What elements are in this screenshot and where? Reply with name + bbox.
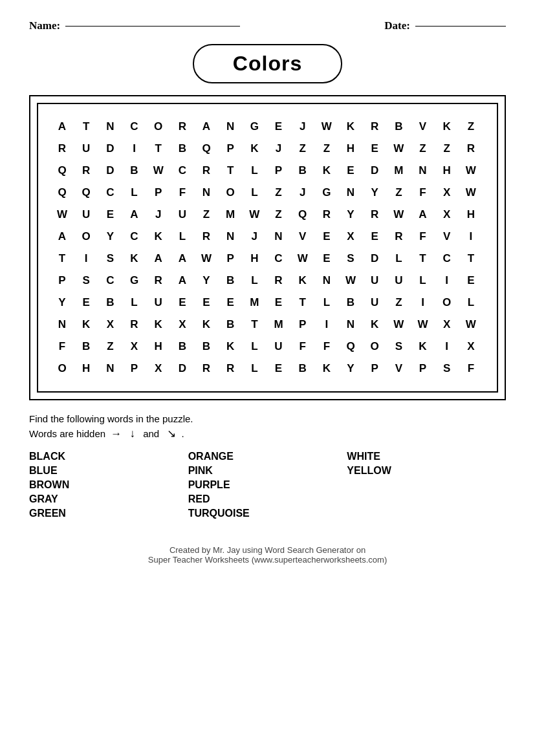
puzzle-cell: X	[147, 358, 169, 380]
puzzle-cell: Y	[195, 270, 217, 292]
puzzle-cell: M	[243, 292, 265, 314]
puzzle-cell: I	[316, 314, 338, 336]
arrow-down-icon: ↓	[129, 427, 135, 440]
puzzle-cell: A	[147, 248, 169, 270]
puzzle-cell: U	[147, 292, 169, 314]
word-item: BLACK	[29, 451, 188, 462]
puzzle-cell: X	[340, 226, 362, 248]
puzzle-cell: Y	[340, 204, 362, 226]
puzzle-cell: R	[219, 358, 241, 380]
puzzle-cell: P	[51, 270, 73, 292]
puzzle-cell: E	[75, 292, 97, 314]
puzzle-cell: W	[292, 248, 314, 270]
puzzle-cell: C	[124, 226, 146, 248]
puzzle-cell: E	[316, 248, 338, 270]
puzzle-cell: Q	[51, 160, 73, 182]
puzzle-cell: F	[51, 336, 73, 358]
puzzle-cell: P	[219, 248, 241, 270]
puzzle-cell: F	[412, 182, 434, 204]
puzzle-cell: V	[412, 116, 434, 138]
name-field: Name:	[29, 19, 240, 32]
puzzle-cell: S	[75, 270, 97, 292]
title-box: Colors	[193, 44, 342, 83]
puzzle-cell: U	[171, 204, 193, 226]
puzzle-cell: R	[195, 358, 217, 380]
puzzle-cell: A	[124, 204, 146, 226]
puzzle-cell: K	[316, 358, 338, 380]
puzzle-cell: Z	[316, 138, 338, 160]
puzzle-cell: K	[219, 336, 241, 358]
puzzle-cell: A	[171, 248, 193, 270]
puzzle-cell: H	[75, 358, 97, 380]
puzzle-cell: K	[124, 248, 146, 270]
puzzle-cell: W	[195, 248, 217, 270]
puzzle-cell: R	[171, 116, 193, 138]
puzzle-cell: W	[388, 138, 409, 160]
puzzle-cell: F	[292, 336, 314, 358]
name-underline	[65, 26, 240, 27]
puzzle-cell: W	[316, 116, 338, 138]
puzzle-cell: X	[99, 314, 121, 336]
word-item: BLUE	[29, 465, 188, 477]
puzzle-cell: K	[436, 116, 458, 138]
puzzle-cell: H	[147, 336, 169, 358]
word-item: GRAY	[29, 493, 188, 505]
puzzle-cell: T	[219, 160, 241, 182]
puzzle-cell: E	[219, 292, 241, 314]
puzzle-cell: N	[340, 314, 362, 336]
puzzle-cell: Q	[340, 336, 362, 358]
header: Name: Date:	[29, 19, 506, 32]
puzzle-cell: M	[268, 314, 290, 336]
puzzle-cell: W	[147, 160, 169, 182]
puzzle-cell: S	[99, 248, 121, 270]
puzzle-cell: K	[75, 314, 97, 336]
puzzle-cell: B	[124, 160, 146, 182]
puzzle-cell: X	[436, 204, 458, 226]
puzzle-cell: H	[436, 160, 458, 182]
puzzle-cell: N	[316, 270, 338, 292]
puzzle-cell: E	[99, 204, 121, 226]
puzzle-cell: Q	[292, 204, 314, 226]
puzzle-cell: F	[316, 336, 338, 358]
puzzle-cell: K	[147, 226, 169, 248]
word-item: YELLOW	[347, 465, 506, 477]
puzzle-cell: W	[243, 204, 265, 226]
puzzle-cell: D	[99, 160, 121, 182]
puzzle-cell: Z	[99, 336, 121, 358]
puzzle-cell: W	[460, 182, 482, 204]
puzzle-cell: F	[412, 226, 434, 248]
puzzle-cell: I	[436, 270, 458, 292]
puzzle-cell: G	[243, 116, 265, 138]
page-title: Colors	[233, 52, 302, 75]
puzzle-cell: T	[75, 116, 97, 138]
puzzle-cell: W	[388, 314, 409, 336]
arrow-diag-icon: ↘	[167, 427, 176, 440]
puzzle-cell: R	[316, 204, 338, 226]
puzzle-cell: P	[147, 182, 169, 204]
puzzle-cell: S	[340, 248, 362, 270]
and-label: and	[143, 428, 159, 439]
puzzle-cell: Z	[412, 138, 434, 160]
puzzle-cell: B	[195, 336, 217, 358]
puzzle-cell: Z	[388, 292, 409, 314]
puzzle-cell: K	[147, 314, 169, 336]
puzzle-cell: X	[171, 314, 193, 336]
puzzle-cell: R	[364, 204, 386, 226]
puzzle-cell: E	[340, 160, 362, 182]
puzzle-cell: G	[124, 270, 146, 292]
puzzle-cell: O	[147, 116, 169, 138]
puzzle-cell: D	[99, 138, 121, 160]
puzzle-cell: R	[124, 314, 146, 336]
puzzle-cell: E	[195, 292, 217, 314]
puzzle-cell: L	[124, 182, 146, 204]
puzzle-cell: L	[243, 160, 265, 182]
puzzle-cell: H	[243, 248, 265, 270]
puzzle-cell: J	[292, 116, 314, 138]
puzzle-cell: F	[171, 182, 193, 204]
puzzle-cell: I	[460, 226, 482, 248]
puzzle-cell: R	[460, 138, 482, 160]
puzzle-cell: V	[292, 226, 314, 248]
word-col-1: BLACKBLUEBROWNGRAYGREEN	[29, 451, 188, 519]
puzzle-cell: L	[412, 270, 434, 292]
puzzle-cell: R	[388, 226, 409, 248]
